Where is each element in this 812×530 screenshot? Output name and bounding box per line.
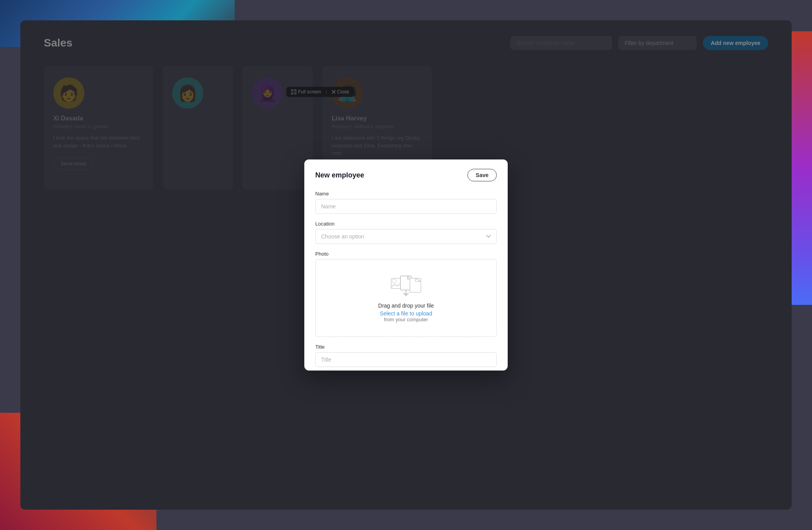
title-field-group: Title — [315, 344, 497, 367]
upload-sub-text: from your computer — [384, 317, 428, 322]
name-label: Name — [315, 191, 497, 197]
location-select[interactable]: Choose an option — [315, 229, 497, 244]
save-button[interactable]: Save — [467, 169, 497, 181]
new-employee-modal: New employee Save Name Location Choose a… — [304, 159, 508, 371]
title-label: Title — [315, 344, 497, 350]
photo-field-group: Photo — [315, 251, 497, 337]
main-container: Sales Filter by department Add new emplo… — [20, 20, 792, 510]
upload-icons — [390, 274, 422, 297]
modal-header: New employee Save — [304, 159, 508, 188]
upload-file-icon — [390, 274, 422, 297]
modal-title: New employee — [315, 171, 364, 179]
name-field-group: Name — [315, 191, 497, 214]
location-field-group: Location Choose an option — [315, 221, 497, 244]
title-input[interactable] — [315, 352, 497, 367]
location-label: Location — [315, 221, 497, 227]
photo-label: Photo — [315, 251, 497, 257]
upload-area[interactable]: Drag and drop your file Select a file to… — [315, 259, 497, 337]
upload-link[interactable]: Select a file to upload — [380, 310, 432, 317]
upload-text: Drag and drop your file — [378, 303, 434, 309]
modal-body: Name Location Choose an option Photo — [304, 188, 508, 371]
name-input[interactable] — [315, 199, 497, 214]
